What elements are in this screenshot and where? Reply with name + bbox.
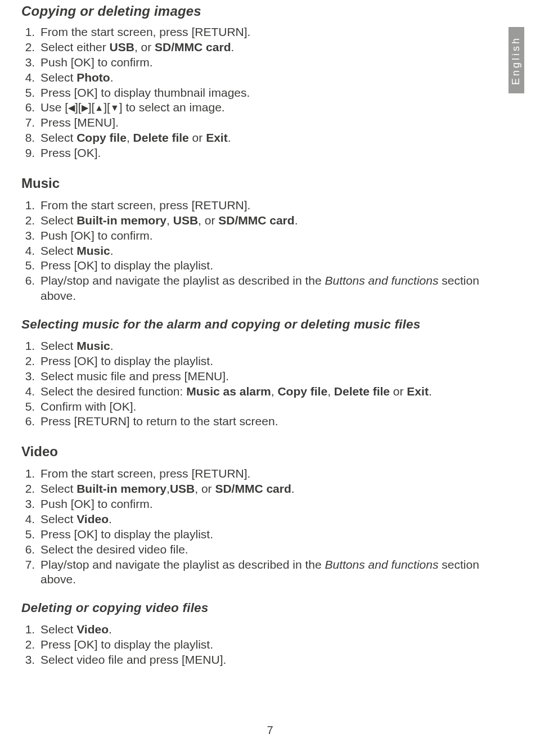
list-selecting-music: Select Music. Press [OK] to display the …: [21, 339, 488, 429]
list-item: Select video file and press [MENU].: [38, 652, 488, 668]
list-item: Select music file and press [MENU].: [38, 369, 488, 384]
heading-deleting-video: Deleting or copying video files: [21, 601, 488, 615]
list-item: Press [OK].: [38, 146, 488, 161]
list-item: Push [OK] to confirm.: [38, 55, 488, 70]
manual-page: English Copying or deleting images From …: [0, 0, 540, 756]
list-item: Play/stop and navigate the playlist as d…: [38, 557, 488, 588]
page-number: 7: [0, 724, 540, 737]
heading-video: Video: [21, 444, 488, 460]
list-item: Press [OK] to display the playlist.: [38, 354, 488, 369]
list-item: Push [OK] to confirm.: [38, 497, 488, 512]
list-video: From the start screen, press [RETURN]. S…: [21, 466, 488, 587]
page-content: Copying or deleting images From the star…: [21, 3, 488, 668]
list-item: Select either USB, or SD/MMC card.: [38, 40, 488, 55]
list-item: Select the desired video file.: [38, 542, 488, 557]
list-item: From the start screen, press [RETURN].: [38, 198, 488, 213]
up-arrow-icon: ▲: [94, 104, 104, 112]
list-item: From the start screen, press [RETURN].: [38, 25, 488, 40]
list-copy-delete-images: From the start screen, press [RETURN]. S…: [21, 25, 488, 161]
list-item: Select Music.: [38, 339, 488, 354]
down-arrow-icon: ▼: [110, 104, 119, 112]
list-item: Press [OK] to display the playlist.: [38, 258, 488, 273]
list-item: Push [OK] to confirm.: [38, 228, 488, 244]
right-arrow-icon: ▶: [82, 104, 88, 112]
list-item: Press [MENU].: [38, 115, 488, 130]
list-item: Use [◀][▶][▲][▼] to select an image.: [38, 100, 488, 115]
list-item: Press [RETURN] to return to the start sc…: [38, 414, 488, 429]
language-tab: English: [508, 27, 524, 93]
list-music: From the start screen, press [RETURN]. S…: [21, 198, 488, 304]
list-item: Confirm with [OK].: [38, 399, 488, 415]
heading-music: Music: [21, 176, 488, 191]
language-tab-label: English: [511, 35, 523, 84]
left-arrow-icon: ◀: [68, 104, 75, 112]
heading-selecting-music: Selecting music for the alarm and copyin…: [21, 317, 488, 332]
list-item: Select Copy file, Delete file or Exit.: [38, 130, 488, 146]
list-item: Select Built-in memory,USB, or SD/MMC ca…: [38, 482, 488, 497]
list-item: Play/stop and navigate the playlist as d…: [38, 273, 488, 304]
list-item: Select Video.: [38, 622, 488, 637]
list-item: Select Built-in memory, USB, or SD/MMC c…: [38, 213, 488, 228]
list-item: Select Photo.: [38, 70, 488, 86]
list-item: Press [OK] to display thumbnail images.: [38, 86, 488, 101]
list-deleting-video: Select Video. Press [OK] to display the …: [21, 622, 488, 668]
heading-copy-delete-images: Copying or deleting images: [21, 3, 488, 19]
list-item: Press [OK] to display the playlist.: [38, 637, 488, 652]
list-item: Select Video.: [38, 512, 488, 527]
list-item: Select the desired function: Music as al…: [38, 384, 488, 399]
list-item: From the start screen, press [RETURN].: [38, 466, 488, 482]
list-item: Press [OK] to display the playlist.: [38, 527, 488, 542]
list-item: Select Music.: [38, 244, 488, 259]
